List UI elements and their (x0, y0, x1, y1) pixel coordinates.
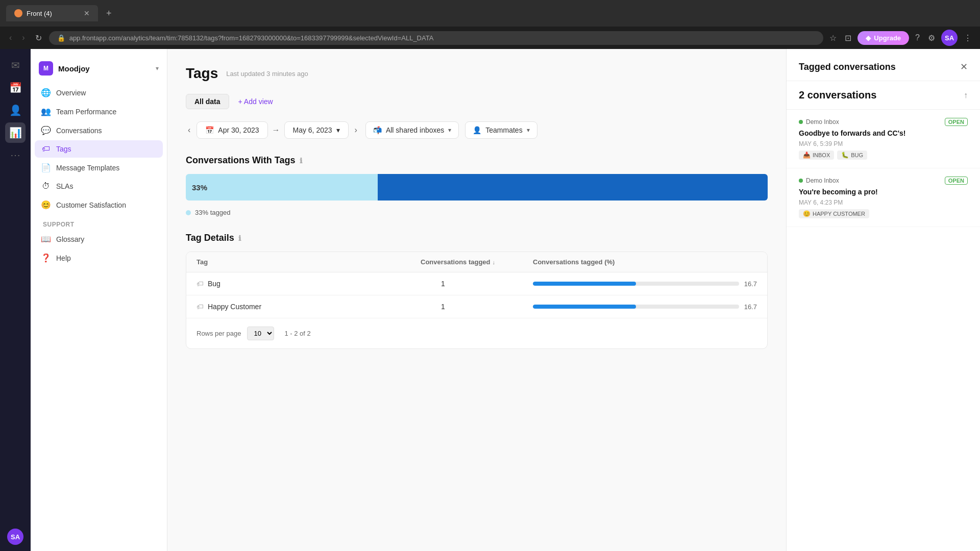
conv-1-inbox-label: Demo Inbox (806, 118, 839, 126)
tab-close-icon[interactable]: ✕ (84, 9, 90, 17)
new-tab-button[interactable]: + (102, 6, 116, 21)
th-conversations-tagged[interactable]: Conversations tagged ↓ (421, 258, 533, 266)
sidebar-item-team-performance[interactable]: 👥 Team Performance (35, 103, 163, 120)
main-content: Tags Last updated 3 minutes ago All data… (167, 49, 786, 551)
sidebar-item-conversations[interactable]: 💬 Conversations (35, 121, 163, 139)
panel-export-icon[interactable]: ↑ (964, 91, 968, 100)
topbar-icon-more[interactable]: ⋯ (5, 145, 26, 165)
conversations-with-tags-section: Conversations With Tags ℹ 33% 33% tagged (186, 155, 768, 216)
address-bar[interactable]: 🔒 app.frontapp.com/analytics/team/tim:78… (49, 31, 824, 45)
inbox-chevron-icon: ▾ (448, 127, 451, 134)
bar-percent-label: 33% (192, 183, 207, 192)
user-avatar[interactable]: SA (941, 30, 958, 46)
sidebar-item-tags[interactable]: 🏷 Tags (35, 140, 163, 158)
glossary-icon: 📖 (41, 234, 51, 244)
sort-icon: ↓ (493, 259, 496, 265)
tag-label-icon-happy-customer: 🏷 (197, 303, 204, 311)
upgrade-button[interactable]: ◆ Upgrade (857, 31, 909, 45)
help-icon: ❓ (41, 253, 51, 263)
progress-bar-happy-customer (533, 305, 739, 309)
filters-row: ‹ 📅 Apr 30, 2023 → May 6, 2023 ▾ › 📬 All… (186, 121, 768, 139)
conv-1-header: Demo Inbox OPEN (799, 118, 968, 126)
conversation-item-1[interactable]: Demo Inbox OPEN Goodbye to forwards and … (787, 110, 980, 168)
sidebar-item-slas[interactable]: ⏱ SLAs (35, 178, 163, 195)
sidebar-item-glossary[interactable]: 📖 Glossary (35, 230, 163, 248)
progress-bar-bug (533, 282, 739, 286)
conv-1-subject: Goodbye to forwards and CC's! (799, 129, 968, 137)
conv-1-tag-inbox[interactable]: 📥 INBOX (799, 151, 834, 160)
conv-2-tag-happy-customer[interactable]: 😊 HAPPY CUSTOMER (799, 209, 869, 218)
date-to-picker[interactable]: May 6, 2023 ▾ (284, 121, 349, 139)
conv-1-tag-inbox-label: INBOX (813, 152, 830, 158)
date-next-button[interactable]: › (353, 123, 359, 137)
sidebar-label-conversations: Conversations (56, 127, 102, 135)
help-button[interactable]: ? (913, 31, 922, 44)
refresh-button[interactable]: ↻ (32, 31, 45, 45)
browser-tab[interactable]: Front (4) ✕ (6, 5, 98, 21)
sidebar-item-overview[interactable]: 🌐 Overview (35, 84, 163, 102)
conv-2-status-badge: OPEN (945, 177, 968, 185)
workspace-selector[interactable]: M Moodjoy ▾ (31, 57, 167, 84)
workspace-name: Moodjoy (58, 64, 151, 73)
cast-icon[interactable]: ⊡ (843, 31, 853, 45)
legend-label: 33% tagged (195, 209, 230, 216)
inbox-filter-dropdown[interactable]: 📬 All shared inboxes ▾ (365, 121, 459, 139)
upgrade-label: Upgrade (874, 34, 901, 42)
tag-details-section: Tag Details ℹ Tag Conversations tagged ↓… (186, 233, 768, 349)
bar-legend: 33% tagged (186, 209, 768, 216)
tab-all-data[interactable]: All data (186, 94, 229, 109)
conversation-item-2[interactable]: Demo Inbox OPEN You're becoming a pro! M… (787, 168, 980, 227)
table-row[interactable]: 🏷 Happy Customer 1 16.7 (186, 295, 767, 318)
bar-segment-tagged[interactable]: 33% (186, 174, 378, 201)
tag-cell-happy-customer: 🏷 Happy Customer (197, 303, 421, 311)
topbar-icon-contacts[interactable]: 👤 (5, 100, 26, 120)
conv-2-tag-happy-emoji: 😊 (803, 210, 811, 217)
diamond-icon: ◆ (866, 34, 871, 42)
date-prev-button[interactable]: ‹ (186, 123, 192, 137)
conv-tags-info-icon[interactable]: ℹ (300, 157, 302, 165)
tag-label-icon-bug: 🏷 (197, 280, 204, 288)
sidebar-item-help[interactable]: ❓ Help (35, 249, 163, 267)
conv-2-date: MAY 6, 4:23 PM (799, 199, 968, 206)
support-section-label: Support (35, 215, 163, 230)
more-options-icon[interactable]: ⋮ (962, 31, 974, 45)
rows-per-page-select[interactable]: 10 25 50 (247, 327, 274, 340)
tag-name-bug: Bug (208, 280, 220, 288)
app-topbar: ✉ 📅 👤 📊 ⋯ SA (0, 49, 31, 551)
teammates-filter-dropdown[interactable]: 👤 Teammates ▾ (465, 121, 537, 139)
date-from-picker[interactable]: 📅 Apr 30, 2023 (197, 121, 267, 139)
date-to-label: May 6, 2023 (293, 126, 332, 134)
customer-satisfaction-icon: 😊 (41, 200, 51, 210)
tag-cell-bug: 🏷 Bug (197, 280, 421, 288)
topbar-icon-mail[interactable]: ✉ (5, 55, 26, 76)
panel-close-button[interactable]: ✕ (960, 61, 968, 72)
page-title: Tags (186, 65, 218, 82)
bookmark-icon[interactable]: ☆ (827, 31, 839, 45)
sidebar-label-customer-satisfaction: Customer Satisfaction (56, 201, 126, 209)
topbar-icon-analytics[interactable]: 📊 (5, 122, 26, 143)
forward-button[interactable]: › (19, 31, 28, 44)
bar-chart-container: 33% (186, 174, 768, 201)
panel-title: Tagged conversations (799, 62, 896, 72)
bar-segment-untagged[interactable] (378, 174, 768, 201)
add-view-button[interactable]: + Add view (231, 94, 280, 109)
th-tag: Tag (197, 258, 421, 266)
back-button[interactable]: ‹ (6, 31, 15, 44)
sidebar-item-message-templates[interactable]: 📄 Message Templates (35, 159, 163, 177)
view-tabs: All data + Add view (186, 94, 768, 109)
topbar-icon-calendar[interactable]: 📅 (5, 78, 26, 98)
tag-details-info-icon[interactable]: ℹ (238, 234, 241, 242)
user-avatar-topbar[interactable]: SA (7, 529, 23, 545)
sidebar-item-customer-satisfaction[interactable]: 😊 Customer Satisfaction (35, 196, 163, 214)
conv-1-tag-bug[interactable]: 🐛 BUG (837, 151, 867, 160)
th-conversations-tagged-pct: Conversations tagged (%) (533, 258, 757, 266)
sidebar-label-team-performance: Team Performance (56, 108, 116, 116)
table-row[interactable]: 🏷 Bug 1 16.7 (186, 272, 767, 295)
teammates-filter-icon: 👤 (473, 126, 481, 134)
conv-1-inbox: Demo Inbox (799, 118, 839, 126)
settings-button[interactable]: ⚙ (926, 31, 937, 45)
panel-count-row: 2 conversations ↑ (787, 81, 980, 110)
rows-per-page-label: Rows per page (197, 330, 241, 337)
date-chevron-icon: ▾ (336, 126, 340, 134)
conv-1-tag-bug-emoji: 🐛 (841, 152, 849, 159)
